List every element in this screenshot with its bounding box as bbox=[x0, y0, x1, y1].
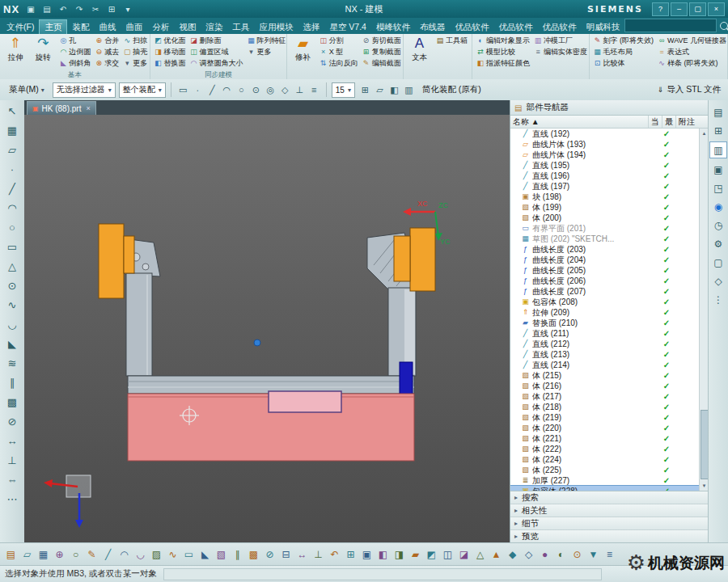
menu-button[interactable]: 菜单(M) ▾ bbox=[4, 82, 49, 97]
snap-icon[interactable]: ⊥ bbox=[293, 83, 307, 97]
snap-icon[interactable]: ◎ bbox=[264, 83, 277, 97]
bottom-toolbar-icon[interactable]: △ bbox=[473, 546, 487, 563]
cut-icon[interactable]: ✂ bbox=[89, 2, 102, 15]
bottom-toolbar-icon[interactable]: ▧ bbox=[214, 546, 228, 563]
ribbon-button[interactable]: ⊖减去 bbox=[93, 46, 121, 57]
navigator-row[interactable]: ╱直线 (196)✓ bbox=[510, 171, 700, 181]
toolbar-icon[interactable]: ▥ bbox=[402, 83, 416, 97]
bottom-toolbar-icon[interactable]: ≡ bbox=[603, 546, 616, 563]
bottom-toolbar-icon[interactable]: ◨ bbox=[392, 546, 406, 563]
history-icon[interactable]: ◷ bbox=[710, 217, 726, 233]
navigator-row[interactable]: ▧体 (220)✓ bbox=[510, 423, 700, 433]
navigator-row[interactable]: ▱曲线片体 (193)✓ bbox=[510, 139, 700, 150]
rectangle-tool[interactable]: ▭ bbox=[2, 238, 22, 255]
navigator-row[interactable]: ╱直线 (214)✓ bbox=[510, 360, 700, 370]
ribbon-button[interactable]: =表达式 bbox=[656, 46, 728, 57]
ribbon-tab[interactable]: 文件(F) bbox=[2, 20, 39, 34]
ribbon-tab[interactable]: 模峰软件 bbox=[371, 20, 415, 34]
snap-icon[interactable]: ⊙ bbox=[249, 83, 263, 97]
polygon-tool[interactable]: △ bbox=[2, 257, 22, 275]
navigator-row[interactable]: ╱直线 (197)✓ bbox=[510, 181, 700, 192]
redo-icon[interactable]: ↷ bbox=[73, 2, 86, 15]
bottom-toolbar-icon[interactable]: ◆ bbox=[506, 546, 519, 563]
ribbon-tab[interactable]: 优品软件 bbox=[537, 20, 581, 34]
ribbon-button[interactable]: ◫分割 bbox=[318, 35, 360, 46]
ribbon-button[interactable]: ×X 型 bbox=[318, 46, 360, 57]
arc-tool[interactable]: ◠ bbox=[2, 199, 22, 217]
ribbon-button[interactable]: ∿样条 (即将失效) bbox=[656, 57, 728, 69]
bottom-toolbar-icon[interactable]: ▭ bbox=[182, 546, 196, 563]
constraint-tool[interactable]: ⊥ bbox=[2, 451, 22, 469]
extend-tool[interactable]: ↔ bbox=[2, 432, 22, 449]
ribbon-tab[interactable]: 明威科技 bbox=[581, 20, 624, 34]
ribbon-button[interactable]: ◠调整圆角大小 bbox=[188, 57, 245, 69]
point-tool[interactable]: ∙ bbox=[2, 160, 22, 178]
bottom-toolbar-icon[interactable]: ▤ bbox=[4, 546, 18, 563]
panel-handle[interactable]: ⋮ bbox=[710, 292, 726, 307]
bottom-toolbar-icon[interactable]: ▣ bbox=[360, 546, 374, 563]
ribbon-tab[interactable]: 渲染 bbox=[201, 20, 227, 34]
navigator-row[interactable]: ╱直线 (192)✓ bbox=[510, 129, 700, 139]
ribbon-button[interactable]: ✎编辑截面 bbox=[361, 57, 403, 69]
navigator-row[interactable]: ƒ曲线长度 (205)✓ bbox=[510, 265, 700, 276]
select-tool[interactable]: ↖ bbox=[2, 102, 22, 120]
window-icon[interactable]: ⊞ bbox=[105, 2, 118, 15]
navigator-row[interactable]: ▧体 (216)✓ bbox=[510, 381, 700, 391]
mirror-curve-tool[interactable]: ∥ bbox=[2, 373, 22, 391]
simplified-assembly-button[interactable]: 简化装配 (原有) bbox=[419, 83, 485, 96]
chamfer-tool[interactable]: ◣ bbox=[2, 335, 22, 352]
ribbon-button[interactable]: ⇅法向反向 bbox=[318, 57, 360, 69]
ribbon-button[interactable]: ▥冲模工厂 bbox=[532, 35, 589, 46]
navigator-row[interactable]: ▭有界平面 (201)✓ bbox=[510, 223, 700, 234]
navigator-row[interactable]: ▧体 (224)✓ bbox=[510, 454, 700, 465]
navigator-row[interactable]: ╱直线 (211)✓ bbox=[510, 328, 700, 339]
minimize-button[interactable]: – bbox=[671, 2, 688, 16]
navigator-section[interactable]: ▸细节 bbox=[510, 517, 709, 530]
help-button[interactable]: ? bbox=[652, 2, 669, 16]
navigator-row[interactable]: ▧体 (217)✓ bbox=[510, 391, 700, 402]
navigator-row[interactable]: ╱直线 (195)✓ bbox=[510, 160, 700, 171]
bottom-toolbar-icon[interactable]: ↶ bbox=[328, 546, 341, 563]
bottom-toolbar-icon[interactable]: ▩ bbox=[247, 546, 260, 563]
bottom-toolbar-icon[interactable]: ◇ bbox=[522, 546, 535, 563]
navigator-section[interactable]: ▸预览 bbox=[510, 530, 709, 543]
ribbon-tab[interactable]: 布线器 bbox=[415, 20, 451, 34]
pattern-curve-tool[interactable]: ▩ bbox=[2, 393, 22, 411]
ribbon-tab[interactable]: 工具 bbox=[227, 20, 254, 34]
process-navigator-icon[interactable]: ⚙ bbox=[710, 236, 726, 251]
navigator-column-header[interactable]: 最 bbox=[662, 116, 676, 128]
navigator-column-header[interactable]: 当 bbox=[649, 116, 662, 128]
navigator-row[interactable]: ▧体 (221)✓ bbox=[510, 433, 700, 444]
ribbon-button[interactable]: ∞WAVE 几何链接器 bbox=[656, 35, 728, 46]
sketch-tool[interactable]: ▦ bbox=[2, 121, 22, 139]
bottom-toolbar-icon[interactable]: ⊕ bbox=[53, 546, 66, 563]
ribbon-button[interactable]: ▾更多 bbox=[121, 57, 149, 69]
navigator-row[interactable]: ≣加厚 (227)✓ bbox=[510, 475, 700, 486]
ribbon-button[interactable]: ✎刻字 (即将失效) bbox=[592, 35, 656, 46]
bottom-toolbar-icon[interactable]: ◐ bbox=[554, 546, 568, 563]
web-browser-icon[interactable]: ◉ bbox=[710, 199, 726, 214]
snap-icon[interactable]: ╱ bbox=[205, 83, 219, 97]
toolbar-icon[interactable]: ▱ bbox=[373, 83, 387, 97]
ribbon-button[interactable]: ▤工具箱 bbox=[434, 35, 469, 46]
spline-tool[interactable]: ∿ bbox=[2, 296, 22, 314]
bottom-toolbar-icon[interactable]: ◣ bbox=[198, 546, 212, 563]
ribbon-button[interactable]: ◐编辑对象显示 bbox=[475, 35, 531, 46]
navigator-row[interactable]: ╱直线 (212)✓ bbox=[510, 339, 700, 349]
maximize-button[interactable]: ▢ bbox=[689, 2, 706, 16]
bottom-toolbar-icon[interactable]: ⊙ bbox=[570, 546, 584, 563]
ribbon-button[interactable]: ≡编辑实体密度 bbox=[532, 46, 589, 57]
navigator-row[interactable]: ▰替换面 (210)✓ bbox=[510, 318, 700, 328]
search-icon[interactable] bbox=[720, 22, 728, 30]
ribbon-button[interactable]: ⊘剪切截面 bbox=[361, 35, 403, 46]
toolbar-icon[interactable]: ⊞ bbox=[358, 83, 372, 97]
bottom-toolbar-icon[interactable]: ▦ bbox=[36, 546, 50, 563]
navigator-column-header[interactable]: 名称 ▲ bbox=[510, 116, 649, 128]
selection-filter-dropdown[interactable]: 无选择过滤器 ▾ bbox=[53, 82, 116, 98]
navigator-row[interactable]: ▧体 (199)✓ bbox=[510, 202, 700, 213]
bottom-toolbar-icon[interactable]: ✎ bbox=[85, 546, 99, 563]
hd3d-tool-icon[interactable]: ◳ bbox=[710, 180, 726, 196]
ribbon-button[interactable]: ◪删除面 bbox=[188, 35, 245, 46]
ribbon-button[interactable]: ◫偏置区域 bbox=[188, 46, 245, 57]
navigator-row[interactable]: ƒ曲线长度 (204)✓ bbox=[510, 255, 700, 265]
